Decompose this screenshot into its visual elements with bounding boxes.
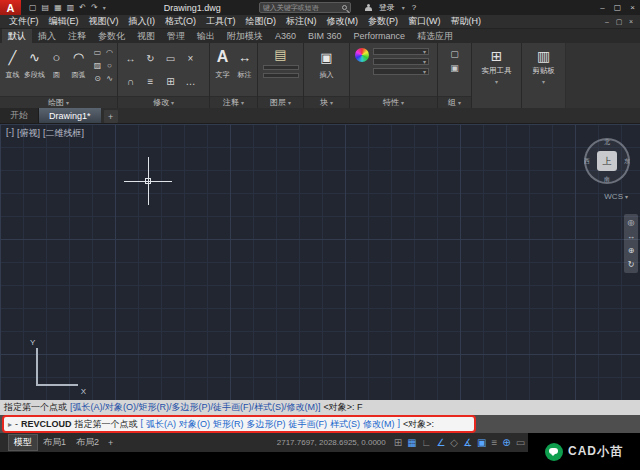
undo-icon[interactable]: ↶ xyxy=(79,3,86,12)
menu-window[interactable]: 窗口(W) xyxy=(403,15,446,28)
command-line-input[interactable]: ▸ - REVCLOUD 指定第一个点或 [ 弧长(A) 对象(O) 矩形(R)… xyxy=(2,415,476,433)
help-icon[interactable]: ? xyxy=(412,3,416,12)
command-customize-icon[interactable]: ▸ xyxy=(8,420,12,429)
color-wheel-icon[interactable] xyxy=(355,48,369,62)
new-icon[interactable]: ▢ xyxy=(29,3,37,12)
properties-panel-label[interactable]: 特性 ▾ xyxy=(350,96,437,108)
arc-button[interactable]: ◠ 圆弧 xyxy=(68,45,89,86)
layout-tab-layout2[interactable]: 布局2 xyxy=(71,435,104,450)
menu-dimension[interactable]: 标注(N) xyxy=(281,15,322,28)
utilities-panel-button[interactable]: ⊞ 实用工具 ▾ xyxy=(472,43,521,85)
viewport-menu-control[interactable]: [-] xyxy=(6,127,14,140)
option-modify[interactable]: 修改(M) xyxy=(363,418,395,431)
save-icon[interactable]: ▦ xyxy=(54,3,62,12)
polyline-button[interactable]: ∿ 多段线 xyxy=(24,45,45,86)
doc-minimize-button[interactable]: – xyxy=(601,18,613,26)
ungroup-icon[interactable]: ▣ xyxy=(450,63,459,73)
qat-chevron-down-icon[interactable]: ▾ xyxy=(103,4,106,11)
signin-button[interactable]: 登录 xyxy=(379,2,395,13)
rotate-icon[interactable]: ↻ xyxy=(141,47,160,69)
ellipse-icon[interactable]: ○ xyxy=(104,61,115,73)
drawing-viewport[interactable]: [-] [俯视] [二维线框] 北 南 东 西 上 WCS ▾ ◎ ↔ ⊕ ↻ xyxy=(0,124,640,400)
modify-panel-label[interactable]: 修改 ▾ xyxy=(118,96,209,108)
option-object[interactable]: 对象(O) xyxy=(179,418,210,431)
circle-button[interactable]: ○ 圆 xyxy=(46,45,67,86)
ribbon-tab-home[interactable]: 默认 xyxy=(2,29,32,43)
search-icon[interactable] xyxy=(342,5,347,10)
open-icon[interactable]: ▤ xyxy=(42,3,50,12)
minimize-button[interactable]: – xyxy=(595,3,610,12)
layer-properties-icon[interactable]: ▤ xyxy=(274,47,286,62)
draw-panel-label[interactable]: 绘图 ▾ xyxy=(0,96,117,108)
ortho-icon[interactable]: ∟ xyxy=(422,437,432,448)
menu-format[interactable]: 格式(O) xyxy=(160,15,201,28)
lineweight-icon[interactable]: ≡ xyxy=(491,437,497,448)
ribbon-tab-featured-apps[interactable]: 精选应用 xyxy=(411,29,459,43)
menu-help[interactable]: 帮助(H) xyxy=(446,15,487,28)
osnap-tracking-icon[interactable]: ∡ xyxy=(463,437,472,448)
grid-icon[interactable]: ▦ xyxy=(407,437,416,448)
move-icon[interactable]: ↔ xyxy=(121,47,140,69)
hatch-icon[interactable]: ▨ xyxy=(92,61,103,73)
snap-icon[interactable]: ⊞ xyxy=(394,437,402,448)
linetype-dropdown[interactable]: ▾ xyxy=(373,68,429,75)
erase-icon[interactable]: × xyxy=(181,47,200,69)
coordinates-display[interactable]: 2717.7697, 2028.6925, 0.0000 xyxy=(277,438,386,447)
insert-block-button[interactable]: ▣ 插入 xyxy=(315,45,338,80)
redo-icon[interactable]: ↷ xyxy=(91,3,98,12)
menu-draw[interactable]: 绘图(D) xyxy=(241,15,282,28)
groups-panel-label[interactable]: 组 ▾ xyxy=(438,96,471,108)
transparency-icon[interactable]: ▭ xyxy=(516,437,525,448)
layout-tab-model[interactable]: 模型 xyxy=(8,434,38,451)
lineweight-dropdown[interactable]: ▾ xyxy=(373,58,429,65)
group-icon[interactable]: ▢ xyxy=(450,49,459,59)
zoom-icon[interactable]: ⊕ xyxy=(628,246,635,255)
text-button[interactable]: A 文字 xyxy=(212,45,233,80)
line-button[interactable]: ╱ 直线 xyxy=(2,45,23,86)
plot-icon[interactable]: ▥ xyxy=(67,3,75,12)
layout-tab-layout1[interactable]: 布局1 xyxy=(38,435,71,450)
option-style[interactable]: 样式(S) xyxy=(330,418,360,431)
layers-panel-label[interactable]: 图层 ▾ xyxy=(258,96,303,108)
annotate-panel-label[interactable]: 注释 ▾ xyxy=(210,96,257,108)
osnap-icon[interactable]: ▣ xyxy=(477,437,486,448)
option-freehand[interactable]: 徒手画(F) xyxy=(289,418,328,431)
menu-edit[interactable]: 编辑(E) xyxy=(44,15,84,28)
dynamic-input-icon[interactable]: ⊕ xyxy=(502,437,510,448)
layer-state-dropdown[interactable] xyxy=(263,73,299,78)
autocad-logo[interactable]: A xyxy=(0,0,21,15)
dimension-button[interactable]: ↔ 标注 xyxy=(234,45,255,80)
doc-restore-button[interactable]: ▢ xyxy=(613,18,625,26)
option-polygonal[interactable]: 多边形(P) xyxy=(247,418,286,431)
option-arc-length[interactable]: 弧长(A) xyxy=(146,418,176,431)
new-drawing-button[interactable]: + xyxy=(104,110,118,123)
ribbon-tab-output[interactable]: 输出 xyxy=(191,29,221,43)
layer-dropdown[interactable] xyxy=(263,65,299,70)
close-button[interactable]: × xyxy=(625,3,640,12)
menu-file[interactable]: 文件(F) xyxy=(4,15,44,28)
ribbon-tab-annotate[interactable]: 注释 xyxy=(62,29,92,43)
more-modify-icon[interactable]: … xyxy=(181,70,200,92)
array-icon[interactable]: ⊞ xyxy=(161,70,180,92)
polar-tracking-icon[interactable]: ∠ xyxy=(436,437,445,448)
offset-icon[interactable]: ≡ xyxy=(141,70,160,92)
ribbon-tab-bim360[interactable]: BIM 360 xyxy=(302,29,348,43)
pan-icon[interactable]: ↔ xyxy=(627,232,635,241)
menu-insert[interactable]: 插入(I) xyxy=(124,15,161,28)
view-control[interactable]: [俯视] xyxy=(17,127,40,140)
menu-tools[interactable]: 工具(T) xyxy=(201,15,241,28)
signin-chevron-down-icon[interactable]: ▾ xyxy=(402,4,405,11)
visual-style-control[interactable]: [二维线框] xyxy=(43,127,84,140)
menu-view[interactable]: 视图(V) xyxy=(84,15,124,28)
object-color-dropdown[interactable]: ▾ xyxy=(373,48,429,55)
clipboard-panel-button[interactable]: ▥ 剪贴板 ▾ xyxy=(522,43,565,85)
option-rectangular[interactable]: 矩形(R) xyxy=(213,418,244,431)
ribbon-tab-addins[interactable]: 附加模块 xyxy=(221,29,269,43)
wcs-dropdown[interactable]: WCS ▾ xyxy=(604,192,628,201)
menu-parametric[interactable]: 参数(P) xyxy=(363,15,403,28)
ribbon-tab-view[interactable]: 视图 xyxy=(131,29,161,43)
isodraft-icon[interactable]: ◇ xyxy=(450,437,458,448)
point-icon[interactable]: ⊙ xyxy=(92,74,103,86)
menu-modify[interactable]: 修改(M) xyxy=(322,15,364,28)
stretch-icon[interactable]: ▭ xyxy=(161,47,180,69)
